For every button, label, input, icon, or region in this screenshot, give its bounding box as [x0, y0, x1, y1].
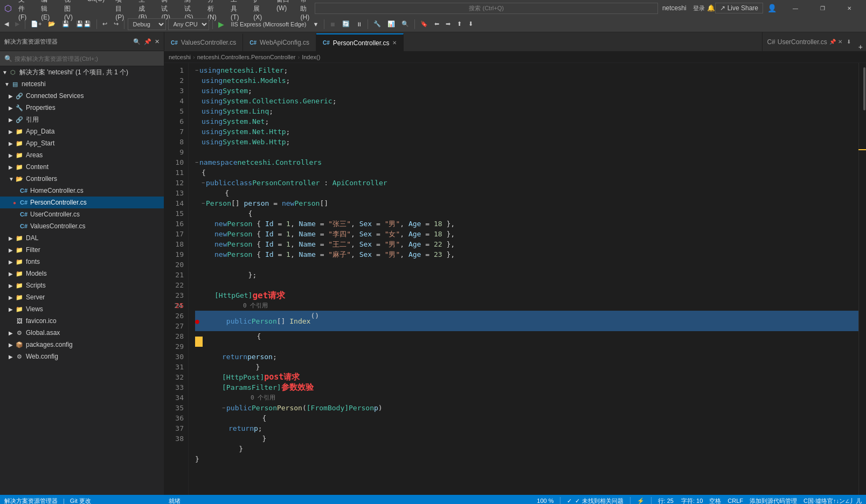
dbg-perf-btn[interactable]: 📊	[385, 19, 397, 29]
separator7	[414, 19, 415, 29]
tab-pin-icon[interactable]: 📌	[829, 39, 836, 45]
open-btn[interactable]: 📂	[46, 19, 58, 29]
add-tab-button[interactable]: +	[855, 43, 866, 51]
dbg-diag-btn[interactable]: 🔍	[399, 19, 411, 29]
menu-window[interactable]: 窗口(W)	[274, 0, 292, 22]
sidebar-pin-icon[interactable]: 📌	[144, 38, 151, 45]
code-lines[interactable]: −using netceshi.Filter; using netceshi.M…	[189, 63, 858, 495]
nav2-btn[interactable]: ➡	[444, 19, 453, 29]
tab-expand-icon[interactable]: ⬇	[847, 39, 851, 45]
person-icon[interactable]: 👤	[767, 4, 777, 12]
server-node[interactable]: ▶ 📁 Server	[0, 291, 164, 303]
bookmark-btn[interactable]: 🔖	[418, 19, 430, 29]
no-issues-indicator[interactable]: ✓ ✓ 未找到相关问题	[567, 497, 623, 505]
right-side-tab[interactable]: C# UserController.cs 📌 ✕ ⬇	[762, 32, 855, 51]
code-editor[interactable]: 12345 678910 1112131415 1617181920 21222…	[164, 63, 866, 495]
save-all-btn[interactable]: 💾💾	[74, 19, 93, 29]
models-node[interactable]: ▶ 📁 Models	[0, 268, 164, 279]
menu-edit[interactable]: 编辑(E)	[39, 0, 56, 22]
tab-person-controller[interactable]: C# PersonController.cs ✕	[316, 33, 404, 51]
global-asax-node[interactable]: ▶ ⚙ Global.asax	[0, 327, 164, 339]
menu-project[interactable]: 项目(P)	[113, 0, 130, 22]
areas-node[interactable]: ▶ 📁 Areas	[0, 149, 164, 161]
content-node[interactable]: ▶ 📁 Content	[0, 161, 164, 173]
menu-git[interactable]: Git(G)	[85, 0, 107, 22]
git-changes-tab[interactable]: Git 更改	[70, 497, 91, 505]
run-arrow-btn[interactable]: ▼	[310, 20, 321, 29]
cs-chevron: ▶	[9, 93, 15, 99]
filter-node[interactable]: ▶ 📁 Filter	[0, 244, 164, 256]
sidebar-search-input[interactable]	[15, 55, 160, 62]
source-control[interactable]: 添加到源代码管理	[750, 497, 797, 505]
save-btn[interactable]: 💾	[60, 19, 72, 29]
zoom-level[interactable]: 100 %	[537, 498, 553, 504]
nav4-btn[interactable]: ⬇	[466, 19, 475, 29]
stop-btn[interactable]: ⏹	[328, 20, 338, 29]
debug-config-dropdown[interactable]: Debug Release	[128, 18, 166, 30]
new-file-btn[interactable]: 📄+	[29, 19, 44, 29]
code-line-14: − Person[] person = new Person[]	[195, 198, 858, 208]
project-node[interactable]: ▼ ▤ netceshi	[0, 78, 164, 90]
fwd-btn[interactable]: ▶	[13, 19, 22, 29]
breadcrumb-part1[interactable]: netceshi	[169, 54, 191, 60]
scrollbar-thumb[interactable]	[863, 67, 865, 110]
tab-close-person[interactable]: ✕	[392, 40, 397, 46]
values-controller-node[interactable]: ▶ C# ValuesController.cs	[0, 220, 164, 232]
scripts-node[interactable]: ▶ 📁 Scripts	[0, 279, 164, 291]
home-controller-node[interactable]: ▶ C# HomeController.cs	[0, 185, 164, 197]
login-icon[interactable]: 登录	[693, 4, 705, 12]
nav3-btn[interactable]: ⬆	[455, 19, 464, 29]
pause-btn[interactable]: ⏸	[354, 20, 364, 29]
references-node[interactable]: ▶ 🔗 引用	[0, 114, 164, 125]
redo-btn[interactable]: ↪	[112, 19, 121, 29]
tab-webapi-config[interactable]: C# WebApiConfig.cs	[243, 33, 316, 51]
maximize-button[interactable]: ❐	[810, 0, 835, 16]
person-controller-node[interactable]: ● C# PersonController.cs	[0, 197, 164, 208]
solution-icon: ⬡	[9, 68, 17, 76]
dal-node[interactable]: ▶ 📁 DAL	[0, 232, 164, 244]
nav1-btn[interactable]: ⬅	[432, 19, 441, 29]
menu-tools[interactable]: 工具(T)	[228, 0, 245, 22]
scrollbar-track[interactable]	[858, 63, 866, 495]
restart-btn[interactable]: 🔄	[340, 19, 352, 29]
branch-info[interactable]: C国·墟络官↑↓ン∠丿儿	[803, 497, 862, 505]
properties-node[interactable]: ▶ 🔧 Properties	[0, 102, 164, 114]
menu-help[interactable]: 帮助(H)	[298, 0, 315, 22]
favicon-node[interactable]: ▶ 🖼 favicon.ico	[0, 315, 164, 327]
user-controller-label: UserController.cs	[30, 211, 80, 218]
sidebar-search-icon[interactable]: 🔍	[133, 38, 141, 45]
dbg-tools-btn[interactable]: 🔧	[371, 19, 383, 29]
solution-node[interactable]: ▼ ⬡ 解决方案 'netceshi' (1 个项目, 共 1 个)	[0, 66, 164, 78]
run-target-label[interactable]: IIS Express (Microsoft Edge)	[228, 20, 308, 29]
line-ending[interactable]: CRLF	[728, 498, 743, 504]
breadcrumb-part3[interactable]: Index()	[302, 54, 320, 60]
menu-extensions[interactable]: 扩展(X)	[251, 0, 268, 22]
undo-btn[interactable]: ↩	[100, 19, 109, 29]
user-controller-node[interactable]: ▶ C# UserController.cs	[0, 208, 164, 220]
app-start-node[interactable]: ▶ 📁 App_Start	[0, 137, 164, 149]
back-btn[interactable]: ◀	[2, 19, 11, 29]
web-config-node[interactable]: ▶ ⚙ Web.config	[0, 351, 164, 362]
connected-services-node[interactable]: ▶ 🔗 Connected Services	[0, 90, 164, 102]
error-warning-icon[interactable]: ⚡	[637, 498, 645, 505]
breadcrumb-part2[interactable]: netceshi.Controllers.PersonController	[197, 54, 296, 60]
packages-node[interactable]: ▶ 📦 packages.config	[0, 339, 164, 351]
controllers-node[interactable]: ▼ 📂 Controllers	[0, 173, 164, 185]
indent-type[interactable]: 空格	[709, 497, 721, 505]
search-box[interactable]: 搜索 (Ctrl+Q)	[315, 3, 657, 14]
sidebar-close-icon[interactable]: ✕	[155, 38, 160, 45]
close-button[interactable]: ✕	[837, 0, 862, 16]
minimize-button[interactable]: —	[783, 0, 808, 16]
solution-explorer-tab[interactable]: 解决方案资源管理器	[4, 497, 58, 505]
app-data-node[interactable]: ▶ 📁 App_Data	[0, 125, 164, 137]
platform-dropdown[interactable]: Any CPU	[168, 18, 209, 30]
line-info[interactable]: 行: 25 字符: 10	[658, 497, 703, 505]
views-node[interactable]: ▶ 📁 Views	[0, 303, 164, 315]
menu-view[interactable]: 视图(V)	[62, 0, 79, 22]
tab-values-controller[interactable]: C# ValuesController.cs	[164, 33, 243, 51]
separator2	[96, 19, 97, 29]
fonts-node[interactable]: ▶ 📁 fonts	[0, 256, 164, 268]
tab-close-user[interactable]: ✕	[838, 39, 842, 45]
run-button[interactable]: ▶	[216, 19, 226, 30]
live-share-button[interactable]: ↗ Live Share	[715, 3, 763, 13]
